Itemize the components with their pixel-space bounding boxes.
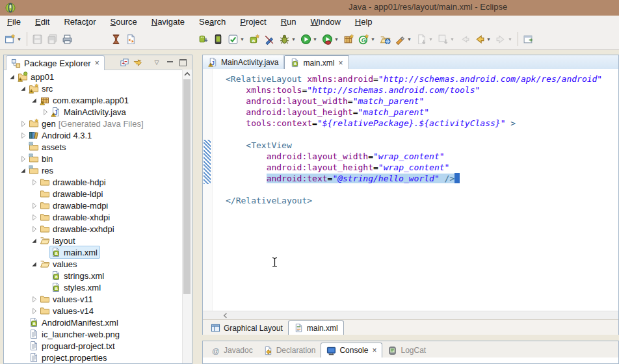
scrollbar-thumb[interactable]: [183, 79, 191, 294]
tree-item-values[interactable]: values: [4, 258, 183, 270]
tree-toggle-expanded-icon[interactable]: [30, 237, 38, 245]
tree-item-strings-xml[interactable]: astrings.xml: [4, 270, 183, 281]
back-button[interactable]: ▼: [472, 31, 494, 47]
code-text-area[interactable]: <RelativeLayout xmlns:android="http://sc…: [212, 69, 618, 311]
tree-toggle-collapsed-icon[interactable]: [30, 178, 38, 187]
console-tab-console[interactable]: Console×: [321, 343, 382, 358]
tree-item-main-xml[interactable]: amain.xml: [4, 246, 183, 258]
minimize-button[interactable]: [163, 57, 176, 68]
coverage-dropdown-icon[interactable]: ▼: [334, 37, 339, 42]
tree-item-project-properties[interactable]: project.properties: [4, 352, 183, 363]
tree-toggle-collapsed-icon[interactable]: [19, 120, 27, 128]
code-editor[interactable]: <RelativeLayout xmlns:android="http://sc…: [203, 69, 618, 311]
menu-search[interactable]: Search: [192, 16, 233, 29]
menu-edit[interactable]: Edit: [28, 16, 57, 29]
menu-refactor[interactable]: Refactor: [57, 16, 103, 29]
editor-tab-main-xml[interactable]: amain.xml×: [284, 55, 349, 70]
menu-help[interactable]: Help: [348, 16, 380, 29]
menu-source[interactable]: Source: [103, 16, 144, 29]
new-java-project-button[interactable]: [341, 31, 356, 47]
run-dropdown-icon[interactable]: ▼: [313, 37, 318, 42]
view-menu-button[interactable]: ▽: [150, 57, 163, 68]
avd-manager-button[interactable]: [211, 31, 226, 47]
tree-item-values-v11[interactable]: values-v11: [4, 293, 183, 305]
tree-item-drawable-mdpi[interactable]: drawable-mdpi: [4, 200, 183, 211]
tree-item-res[interactable]: res: [4, 164, 183, 176]
tree-item-ic-launcher-web-png[interactable]: ic_launcher-web.png: [4, 328, 183, 340]
tree-toggle-expanded-icon[interactable]: [19, 84, 27, 93]
android-sdk-manager-button[interactable]: [196, 31, 211, 47]
tab-package-explorer[interactable]: Package Explorer ×: [6, 55, 105, 70]
tree-item-assets[interactable]: assets: [4, 141, 183, 153]
tree-toggle-collapsed-icon[interactable]: [41, 108, 49, 116]
close-icon[interactable]: ×: [372, 346, 376, 354]
back-dropdown-icon[interactable]: ▼: [486, 37, 492, 42]
tree-toggle-collapsed-icon[interactable]: [30, 213, 38, 222]
new-wizard-button[interactable]: ▼: [3, 31, 24, 47]
tree-item-mainactivity-java[interactable]: JMainActivity.java: [4, 106, 183, 118]
new-wizard-green-button[interactable]: G▼: [356, 31, 378, 47]
tree-item-drawable-xxhdpi[interactable]: drawable-xxhdpi: [4, 223, 183, 235]
opengl-trace-button[interactable]: [262, 31, 277, 47]
mark-occurrences-button[interactable]: ▼: [393, 31, 414, 47]
tree-item-drawable-xhdpi[interactable]: drawable-xhdpi: [4, 211, 183, 223]
debug-button[interactable]: ▼: [277, 31, 298, 47]
tree-toggle-expanded-icon[interactable]: [30, 260, 38, 268]
new-wizard-dropdown-icon[interactable]: ▼: [17, 37, 22, 42]
tree-item-app01[interactable]: app01: [4, 71, 183, 83]
console-tab-declaration[interactable]: Declaration: [258, 343, 321, 358]
link-with-editor-button[interactable]: [131, 57, 144, 68]
new-wizard-green-dropdown-icon[interactable]: ▼: [371, 37, 376, 42]
coverage-button[interactable]: ▼: [320, 31, 341, 47]
scroll-up-icon[interactable]: [184, 71, 191, 77]
menu-run[interactable]: Run: [274, 16, 304, 29]
maximize-button[interactable]: [176, 57, 189, 68]
external-tools-button[interactable]: [109, 31, 124, 47]
tree-item-values-v14[interactable]: values-v14: [4, 305, 183, 317]
run-button[interactable]: ▼: [298, 31, 320, 47]
tree-toggle-collapsed-icon[interactable]: [30, 295, 38, 304]
tree-item-android-4-3-1[interactable]: Android 4.3.1: [4, 129, 183, 141]
debug-dropdown-icon[interactable]: ▼: [291, 37, 296, 42]
tree-item-bin[interactable]: bin: [4, 153, 183, 164]
tree-toggle-collapsed-icon[interactable]: [30, 202, 38, 210]
pin-editor-button[interactable]: [521, 31, 536, 47]
tree-item-gen[interactable]: gen [Generated Java Files]: [4, 118, 183, 129]
tree-toggle-expanded-icon[interactable]: [30, 96, 38, 105]
page-tab-graphical-layout[interactable]: Graphical Layout: [205, 321, 288, 335]
tree-item-styles-xml[interactable]: astyles.xml: [4, 281, 183, 293]
tree-item-layout[interactable]: layout: [4, 235, 183, 246]
tree-item-drawable-hdpi[interactable]: drawable-hdpi: [4, 176, 183, 188]
tree-toggle-expanded-icon[interactable]: [19, 166, 27, 175]
lint-check-dropdown-icon[interactable]: ▼: [240, 37, 245, 42]
close-icon[interactable]: ×: [95, 59, 99, 67]
tree-item-src[interactable]: src: [4, 83, 183, 94]
tree-item-drawable-ldpi[interactable]: drawable-ldpi: [4, 188, 183, 200]
refresh-xml-button[interactable]: [124, 31, 138, 47]
tree-toggle-collapsed-icon[interactable]: [19, 155, 27, 163]
collapse-all-button[interactable]: [118, 57, 131, 68]
page-tab-main-xml[interactable]: main.xml: [288, 320, 344, 335]
tree-toggle-expanded-icon[interactable]: [8, 73, 16, 81]
menu-file[interactable]: File: [0, 16, 28, 29]
tree-item-com-example-app01[interactable]: com.example.app01: [4, 94, 183, 106]
tree-item-proguard-project-txt[interactable]: proguard-project.txt: [4, 340, 183, 352]
console-tab-javadoc[interactable]: @Javadoc: [205, 343, 258, 358]
tree-toggle-collapsed-icon[interactable]: [30, 225, 38, 233]
console-tab-logcat[interactable]: LogCat: [382, 343, 431, 358]
package-explorer-scrollbar[interactable]: [182, 70, 192, 363]
close-icon[interactable]: ×: [339, 59, 343, 67]
tree-item-androidmanifest-xml[interactable]: aAndroidManifest.xml: [4, 317, 183, 328]
new-android-app-button[interactable]: a: [247, 31, 262, 47]
scroll-left-icon[interactable]: [222, 313, 228, 318]
editor-tab-mainactivity-java[interactable]: JMainActivity.java: [203, 55, 284, 69]
open-web-folder-button[interactable]: [378, 31, 393, 47]
tree-toggle-collapsed-icon[interactable]: [30, 307, 38, 315]
print-button[interactable]: [60, 31, 75, 47]
lint-check-button[interactable]: ▼: [226, 31, 247, 47]
editor-horizontal-scrollbar[interactable]: [203, 311, 618, 320]
menu-navigate[interactable]: Navigate: [144, 16, 192, 29]
mark-occurrences-dropdown-icon[interactable]: ▼: [407, 37, 412, 42]
menu-project[interactable]: Project: [233, 16, 273, 29]
tree-toggle-collapsed-icon[interactable]: [19, 131, 27, 140]
